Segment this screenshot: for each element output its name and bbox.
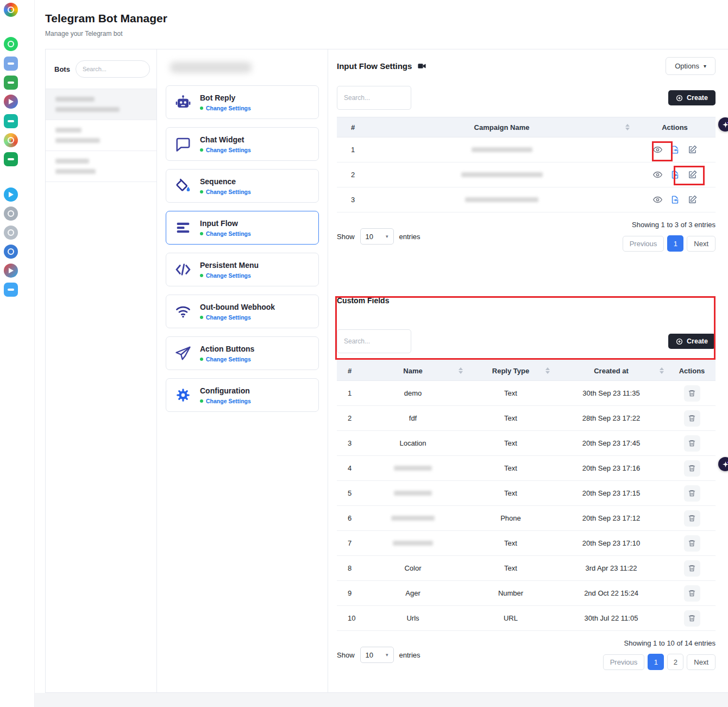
export-icon[interactable] xyxy=(670,195,680,205)
column-header-name[interactable]: Name xyxy=(359,367,467,375)
view-icon[interactable] xyxy=(652,195,662,205)
entries-label: entries xyxy=(399,651,421,659)
edit-icon[interactable] xyxy=(687,195,697,205)
created-at: 20th Sep 23 17:16 xyxy=(554,464,668,472)
export-icon[interactable] xyxy=(670,145,680,155)
menu-card-outbound-webhook[interactable]: Out-bound Webhook Change Settings xyxy=(166,295,319,328)
custom-fields-search[interactable] xyxy=(337,329,411,353)
teal-chat-icon[interactable] xyxy=(4,114,18,128)
sort-icon[interactable] xyxy=(625,124,630,130)
page-button-2[interactable]: 2 xyxy=(667,654,683,670)
bot-list-item[interactable] xyxy=(46,89,156,120)
delete-button[interactable] xyxy=(684,385,700,402)
table-row: 7 Text 20th Sep 23 17:10 xyxy=(337,531,716,556)
menu-card-sequence[interactable]: Sequence Change Settings xyxy=(166,169,319,203)
delete-button[interactable] xyxy=(684,460,700,477)
change-settings-link[interactable]: Change Settings xyxy=(200,272,259,279)
bot-list-item[interactable] xyxy=(46,151,156,182)
page-size-select[interactable]: 10▾ xyxy=(360,228,394,245)
reply-type: Number xyxy=(467,589,554,597)
page-size-select[interactable]: 10▾ xyxy=(360,647,394,663)
redacted-field-name xyxy=(391,516,435,521)
delete-button[interactable] xyxy=(684,485,700,502)
dialer-icon[interactable] xyxy=(4,245,18,259)
redacted-bot-title xyxy=(170,62,252,73)
app-logo-icon[interactable] xyxy=(4,3,18,17)
delete-button[interactable] xyxy=(684,435,700,452)
table-row: 1 demo Text 30th Sep 23 11:35 xyxy=(337,381,716,406)
change-settings-link[interactable]: Change Settings xyxy=(200,398,251,404)
column-header[interactable]: # xyxy=(337,123,369,132)
delete-button[interactable] xyxy=(684,585,700,602)
column-header-created-at[interactable]: Created at xyxy=(554,367,668,375)
input-flow-search[interactable] xyxy=(337,86,411,110)
row-number: 2 xyxy=(337,414,359,422)
green-app-icon[interactable] xyxy=(4,76,18,90)
export-icon[interactable] xyxy=(670,170,680,180)
bots-search[interactable] xyxy=(76,60,150,78)
next-button[interactable]: Next xyxy=(687,654,716,670)
menu-card-action-buttons[interactable]: Action Buttons Change Settings xyxy=(166,336,319,370)
row-number: 2 xyxy=(337,171,369,179)
sort-icon[interactable] xyxy=(459,367,463,374)
delete-button[interactable] xyxy=(684,535,700,552)
change-settings-link[interactable]: Change Settings xyxy=(200,230,251,237)
delete-button[interactable] xyxy=(684,410,700,427)
input-flow-search-input[interactable] xyxy=(344,94,404,102)
contacts-icon[interactable] xyxy=(4,226,18,240)
sort-icon[interactable] xyxy=(545,367,550,374)
delete-button[interactable] xyxy=(684,610,700,627)
change-settings-link[interactable]: Change Settings xyxy=(200,314,275,321)
create-custom-field-button[interactable]: Create xyxy=(668,334,716,349)
next-button[interactable]: Next xyxy=(687,236,716,252)
live-chat-icon[interactable] xyxy=(4,283,18,297)
sort-icon[interactable] xyxy=(660,367,664,374)
previous-button[interactable]: Previous xyxy=(623,236,664,252)
row-number: 5 xyxy=(337,489,359,497)
menu-card-label: Out-bound Webhook xyxy=(200,303,275,311)
change-settings-link[interactable]: Change Settings xyxy=(200,147,251,153)
options-button[interactable]: Options▾ xyxy=(666,57,716,75)
input-flow-table: # Campaign Name Actions 1 xyxy=(337,117,716,212)
telegram-broadcast-icon[interactable] xyxy=(4,264,18,278)
create-input-flow-button[interactable]: Create xyxy=(668,90,716,105)
edit-icon[interactable] xyxy=(687,170,697,180)
menu-card-bot-reply[interactable]: Bot Reply Change Settings xyxy=(166,85,319,119)
redacted-campaign-name xyxy=(472,147,532,152)
bot-list-item[interactable] xyxy=(46,120,156,151)
custom-fields-search-input[interactable] xyxy=(344,337,404,345)
shop-icon[interactable] xyxy=(4,152,18,166)
row-number: 1 xyxy=(337,146,369,154)
change-settings-link[interactable]: Change Settings xyxy=(200,189,251,195)
column-header-reply-type[interactable]: Reply Type xyxy=(467,367,554,375)
bots-search-input[interactable] xyxy=(83,66,143,72)
change-settings-link[interactable]: Change Settings xyxy=(200,356,254,362)
page-button-1[interactable]: 1 xyxy=(648,654,664,670)
whatsapp-icon[interactable] xyxy=(4,37,18,51)
column-header-actions: Actions xyxy=(634,123,716,132)
bot-grey-icon[interactable] xyxy=(4,207,18,221)
previous-button[interactable]: Previous xyxy=(603,654,645,670)
view-icon[interactable] xyxy=(652,145,662,155)
menu-card-chat-widget[interactable]: Chat Widget Change Settings xyxy=(166,127,319,161)
page-button-1[interactable]: 1 xyxy=(667,235,683,252)
delete-button[interactable] xyxy=(684,560,700,577)
column-header-campaign-name[interactable]: Campaign Name xyxy=(369,123,634,132)
created-at: 30th Sep 23 11:35 xyxy=(554,389,668,397)
menu-card-input-flow[interactable]: Input Flow Change Settings xyxy=(166,211,319,245)
status-dot xyxy=(200,274,203,277)
telegram-marketing-icon[interactable] xyxy=(4,95,18,109)
menu-card-configuration[interactable]: Configuration Change Settings xyxy=(166,378,319,412)
bot-messenger-icon[interactable] xyxy=(4,57,18,71)
view-icon[interactable] xyxy=(652,170,662,180)
trash-icon xyxy=(688,589,696,597)
telegram-icon[interactable] xyxy=(4,187,18,202)
delete-button[interactable] xyxy=(684,510,700,527)
video-camera-icon[interactable] xyxy=(417,61,426,71)
column-header[interactable]: # xyxy=(337,367,359,375)
menu-card-persistent-menu[interactable]: Persistent Menu Change Settings xyxy=(166,253,319,286)
multi-messenger-icon[interactable] xyxy=(4,133,18,147)
custom-fields-table: # Name Reply Type Created at Actions 1 d… xyxy=(337,360,716,631)
change-settings-link[interactable]: Change Settings xyxy=(200,105,251,111)
edit-icon[interactable] xyxy=(687,145,697,155)
